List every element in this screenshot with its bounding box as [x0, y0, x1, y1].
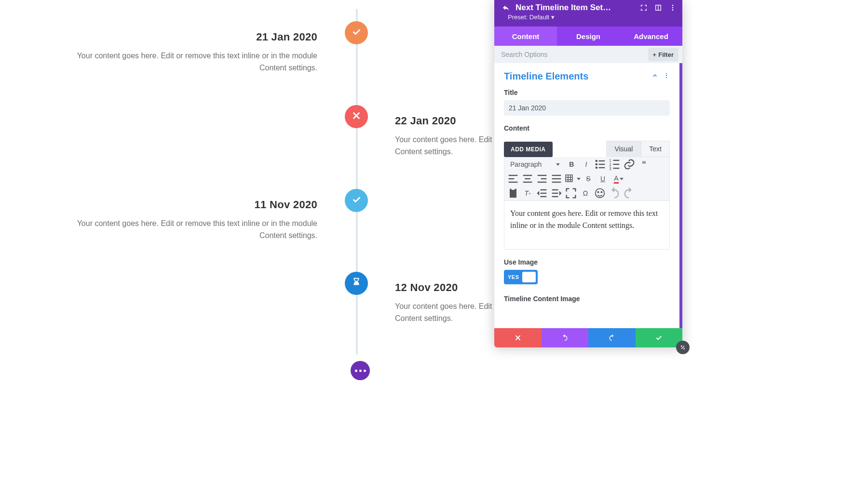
content-editor[interactable]: Your content goes here. Edit or remove t… — [504, 201, 670, 250]
svg-rect-35 — [541, 193, 547, 194]
svg-rect-19 — [509, 175, 518, 176]
italic-button[interactable]: I — [579, 159, 593, 170]
svg-rect-28 — [552, 175, 561, 176]
timeline-item-title[interactable]: 11 Nov 2020 — [71, 199, 317, 211]
redo-button[interactable] — [622, 187, 636, 199]
section-kebab-icon[interactable] — [663, 72, 670, 81]
content-label: Content — [504, 124, 670, 132]
close-icon — [351, 110, 362, 123]
clear-format-button[interactable]: T× — [521, 187, 534, 199]
svg-rect-16 — [613, 164, 620, 165]
timeline-content-image-field: Timeline Content Image — [494, 286, 679, 303]
align-center-button[interactable] — [521, 173, 534, 185]
quote-button[interactable]: “ — [637, 159, 651, 170]
svg-rect-37 — [552, 189, 558, 190]
columns-icon[interactable] — [653, 3, 663, 13]
outdent-button[interactable] — [535, 187, 549, 199]
undo-button[interactable] — [608, 187, 621, 199]
special-char-button[interactable]: Ω — [579, 187, 592, 199]
timeline-item-text[interactable]: Your content goes here. Edit or remove t… — [71, 218, 317, 242]
kebab-icon[interactable] — [668, 3, 678, 13]
filter-button[interactable]: + Filter — [648, 48, 678, 61]
timeline-item-title[interactable]: 21 Jan 2020 — [71, 31, 317, 43]
svg-rect-38 — [552, 193, 558, 194]
svg-rect-33 — [512, 187, 515, 190]
title-label: Title — [504, 89, 670, 96]
timeline-node-1[interactable] — [345, 21, 368, 44]
timeline-node-4[interactable] — [345, 272, 368, 295]
preset-selector[interactable]: Preset: Default ▾ — [494, 13, 682, 24]
table-button[interactable] — [564, 173, 581, 185]
timeline-more-button[interactable] — [351, 361, 370, 380]
svg-point-9 — [596, 163, 598, 166]
save-button[interactable] — [636, 328, 683, 347]
title-input[interactable] — [504, 100, 670, 116]
svg-rect-34 — [541, 189, 547, 190]
indent-button[interactable] — [550, 187, 563, 199]
svg-rect-29 — [552, 178, 561, 179]
timeline-node-3[interactable] — [345, 189, 368, 212]
search-row: + Filter — [494, 46, 682, 63]
bullet-list-button[interactable] — [594, 159, 607, 170]
chevron-down-icon — [556, 163, 560, 166]
emoji-button[interactable] — [593, 187, 607, 199]
svg-rect-30 — [552, 182, 561, 183]
paragraph-label: Paragraph — [510, 160, 542, 168]
panel-tabs: Content Design Advanced — [494, 27, 682, 46]
tab-content[interactable]: Content — [494, 27, 557, 46]
text-tab[interactable]: Text — [641, 141, 670, 157]
focus-icon[interactable] — [639, 3, 649, 13]
strike-button[interactable]: S — [582, 173, 595, 185]
chevron-down-icon — [620, 178, 624, 180]
chevron-down-icon — [577, 178, 581, 180]
content-field: Content — [494, 116, 679, 132]
back-icon[interactable] — [501, 3, 511, 13]
text-color-button[interactable]: A — [610, 173, 627, 185]
svg-rect-14 — [613, 160, 620, 161]
svg-point-2 — [672, 7, 674, 9]
fullscreen-button[interactable] — [564, 187, 578, 199]
add-media-button[interactable]: ADD MEDIA — [504, 142, 553, 157]
align-right-button[interactable] — [535, 173, 549, 185]
tab-advanced[interactable]: Advanced — [620, 27, 682, 46]
footer-redo-button[interactable] — [588, 328, 636, 347]
editor-mode-tabs: Visual Text — [606, 141, 670, 157]
cancel-button[interactable] — [494, 328, 542, 347]
underline-button[interactable]: U — [596, 173, 610, 185]
section-title: Timeline Elements — [504, 71, 651, 82]
svg-point-4 — [666, 73, 667, 74]
svg-point-5 — [666, 75, 667, 76]
align-left-button[interactable] — [506, 173, 520, 185]
paste-text-button[interactable] — [506, 187, 520, 199]
svg-rect-32 — [510, 189, 516, 198]
footer-undo-button[interactable] — [542, 328, 589, 347]
expand-panel-button[interactable] — [676, 341, 690, 354]
timeline-content-image-label: Timeline Content Image — [504, 295, 670, 303]
link-button[interactable] — [623, 159, 636, 170]
tab-design[interactable]: Design — [557, 27, 620, 46]
section-head[interactable]: Timeline Elements — [494, 63, 679, 85]
svg-rect-8 — [599, 160, 605, 161]
search-input[interactable] — [494, 51, 648, 58]
panel-footer — [494, 328, 682, 347]
svg-point-6 — [666, 77, 667, 78]
svg-point-11 — [596, 167, 598, 169]
align-justify-button[interactable] — [550, 173, 563, 185]
svg-rect-36 — [541, 196, 547, 197]
title-field: Title — [494, 85, 679, 116]
panel-body: Timeline Elements Title Content ADD MEDI… — [494, 63, 682, 328]
visual-tab[interactable]: Visual — [606, 141, 641, 157]
timeline-node-2[interactable] — [345, 105, 368, 128]
editor-toolbar: Paragraph B I 123 “ — [504, 157, 670, 201]
timeline-item-text[interactable]: Your content goes here. Edit or remove t… — [71, 50, 317, 74]
svg-rect-12 — [599, 167, 605, 168]
use-image-toggle[interactable]: YES — [504, 270, 538, 284]
chevron-up-icon — [651, 72, 658, 81]
panel-header: Next Timeline Item Set… Preset: Default … — [494, 0, 682, 27]
paragraph-select[interactable]: Paragraph — [506, 159, 564, 170]
svg-point-41 — [597, 192, 598, 193]
number-list-button[interactable]: 123 — [608, 159, 622, 170]
svg-point-3 — [672, 9, 674, 11]
bold-button[interactable]: B — [565, 159, 578, 170]
svg-rect-26 — [541, 178, 547, 179]
